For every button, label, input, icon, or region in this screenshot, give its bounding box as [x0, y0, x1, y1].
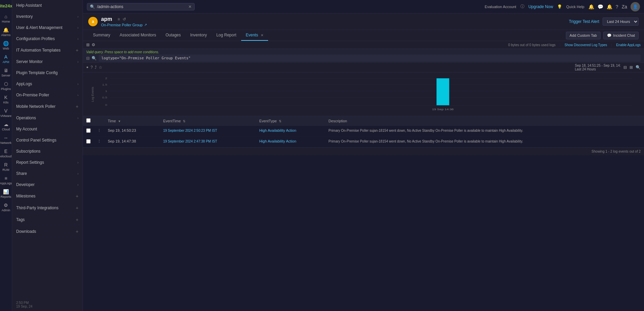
bell-icon[interactable]: 🔔	[588, 4, 594, 9]
external-link-icon[interactable]: ↗	[144, 23, 147, 27]
nav-applogs[interactable]: ≡ AppLogs	[0, 174, 12, 187]
date-range-text: Sep 18, 14:51:25 - Sep 19, 14: Last 24 H…	[575, 64, 621, 71]
sidebar-item-developer[interactable]: Developer ›	[12, 179, 83, 190]
quick-help-link[interactable]: Quick Help	[566, 5, 584, 9]
nav-rum[interactable]: R RUM	[0, 160, 12, 174]
sidebar-footer: 2:50 PM 19 Sep, 24	[12, 298, 83, 311]
query-input[interactable]	[99, 55, 641, 62]
settings-icon[interactable]: ⚙	[92, 42, 95, 47]
question-icon[interactable]: ?	[616, 4, 618, 9]
nav-admin[interactable]: ⚙ Admin	[0, 200, 12, 214]
sidebar-item-operations[interactable]: Operations ›	[12, 113, 83, 124]
sidebar-item-plugin-template[interactable]: Plugin Template Config	[12, 67, 83, 79]
row-checkbox[interactable]	[86, 139, 91, 144]
eventtype-value: High Availability Action	[259, 128, 296, 132]
sidebar-item-mobile-network[interactable]: Mobile Network Poller +	[12, 101, 83, 113]
nav-cloud-label: Cloud	[2, 128, 10, 131]
notification-icon[interactable]: 🔔	[607, 4, 612, 9]
nav-reports[interactable]: 📊 Reports	[0, 187, 12, 200]
enable-applogs-link[interactable]: Enable AppLogs	[616, 43, 641, 47]
za-icon[interactable]: Za	[622, 4, 627, 9]
sidebar-item-user-alert[interactable]: User & Alert Management ›	[12, 22, 83, 33]
th-eventtype: EventType ⇅	[256, 116, 325, 126]
sidebar-item-subscriptions[interactable]: Subscriptions	[12, 146, 83, 157]
star-icon[interactable]: ☆	[99, 65, 102, 70]
nav-home[interactable]: ⌂ Home	[0, 12, 12, 25]
table-view-icon[interactable]: ⊟	[623, 65, 627, 70]
nav-alarms[interactable]: 🔔 Alarms	[0, 25, 12, 39]
grid-icon[interactable]: ⊞	[86, 42, 90, 47]
sidebar-item-report-settings[interactable]: Report Settings ›	[12, 157, 83, 168]
share-icon[interactable]: ⤴	[95, 65, 97, 70]
sidebar-label-help: Help Assistant	[16, 3, 42, 8]
tab-events[interactable]: Events ✕	[241, 30, 268, 41]
refresh-icon[interactable]: ↺	[123, 17, 126, 22]
sidebar-item-share[interactable]: Share ›	[12, 168, 83, 179]
nav-k8s[interactable]: K K8s	[0, 93, 12, 106]
chart-container: Log Events 2 1.5 1 0.5 0 19 Sep 14:36	[83, 72, 644, 116]
chat-icon[interactable]: 💬	[598, 4, 603, 9]
sidebar-label-mobile-network: Mobile Network Poller	[16, 104, 56, 109]
plus-icon: +	[76, 205, 78, 211]
nav-vmware[interactable]: V VMware	[0, 106, 12, 120]
sidebar-item-help[interactable]: Help Assistant	[12, 0, 83, 11]
apm-icon: A	[4, 54, 7, 60]
select-all-checkbox[interactable]	[86, 118, 91, 123]
chevron-right-icon: ›	[77, 183, 78, 187]
sidebar-item-milestones[interactable]: Milestones +	[12, 190, 83, 202]
nav-plugins[interactable]: ⬡ Plugins	[0, 79, 12, 93]
tab-log-report[interactable]: Log Report	[212, 30, 241, 41]
sidebar-item-on-premise[interactable]: On-Premise Poller ›	[12, 90, 83, 101]
chart-view-icon[interactable]: ⊞	[630, 65, 633, 70]
nav-network[interactable]: ↔ Network	[0, 133, 12, 147]
breadcrumb-link[interactable]: On-Premise Poller Group	[101, 23, 143, 27]
trigger-test-alert-link[interactable]: Trigger Test Alert	[569, 19, 599, 24]
help-icon[interactable]: ?	[91, 65, 93, 70]
incident-chat-button[interactable]: 💬 Incident Chat	[603, 32, 639, 39]
sidebar-item-downloads[interactable]: Downloads +	[12, 226, 83, 238]
description-col-label: Description	[328, 119, 347, 123]
add-custom-tab-button[interactable]: Add Custom Tab	[566, 32, 601, 39]
sidebar-item-applogs[interactable]: AppLogs ›	[12, 79, 83, 90]
sidebar-item-my-account[interactable]: My Account	[12, 124, 83, 135]
clear-search-icon[interactable]: ✕	[188, 4, 192, 9]
sidebar-item-control-panel[interactable]: Control Panel Settings	[12, 135, 83, 146]
td-description: Primary On-Premise Poller sujan-18154 we…	[325, 136, 644, 147]
table-footer: Showing 1 - 2 log events out of 2	[83, 147, 644, 155]
tab-events-close[interactable]: ✕	[261, 33, 263, 37]
sidebar-label-report-settings: Report Settings	[16, 160, 44, 165]
nav-cloud[interactable]: ☁ Cloud	[0, 120, 12, 133]
tab-summary[interactable]: Summary	[88, 30, 115, 41]
sidebar-item-tags[interactable]: Tags +	[12, 214, 83, 226]
main-content: 🔍 ✕ Evaluation Account ⓘ Upgrade Now 💡 Q…	[83, 0, 644, 311]
time-range-select[interactable]: Last 24 Hours	[603, 18, 639, 26]
chevron-right-icon: ›	[77, 37, 78, 41]
search-box[interactable]: 🔍 ✕	[87, 3, 195, 10]
tab-associated-monitors[interactable]: Associated Monitors	[115, 30, 161, 41]
nav-apm[interactable]: A APM	[0, 52, 12, 66]
chart-svg: 2 1.5 1 0.5 0 19 Sep 14:36	[86, 75, 641, 113]
sidebar-item-config-profiles[interactable]: Configuration Profiles ›	[12, 33, 83, 44]
show-discovered-link[interactable]: Show Discovered Log Types	[565, 43, 607, 47]
hamburger-icon[interactable]: ≡	[118, 17, 120, 22]
sidebar-item-inventory[interactable]: Inventory ›	[12, 11, 83, 22]
tab-outages[interactable]: Outages	[161, 30, 185, 41]
nav-server[interactable]: 🖥 Server	[0, 66, 12, 79]
avatar[interactable]: 👤	[631, 2, 640, 11]
time-sort-icon[interactable]: ▼	[118, 120, 121, 123]
nav-elocloud[interactable]: E elocloud	[0, 147, 12, 160]
upgrade-link[interactable]: Upgrade Now	[528, 4, 553, 9]
svg-text:1.5: 1.5	[102, 84, 107, 86]
search-input[interactable]	[97, 4, 188, 9]
nav-web-label: Web	[3, 47, 9, 50]
sidebar-item-third-party[interactable]: Third-Party Integrations +	[12, 202, 83, 214]
search-chart-icon[interactable]: 🔍	[636, 65, 641, 70]
incident-chat-label: Incident Chat	[613, 33, 635, 37]
eventtype-sort-icon[interactable]: ⇅	[279, 120, 282, 123]
row-checkbox[interactable]	[86, 128, 91, 133]
tab-inventory[interactable]: Inventory	[186, 30, 212, 41]
eventtime-sort-icon[interactable]: ⇅	[183, 120, 186, 123]
sidebar-item-automation[interactable]: IT Automation Templates +	[12, 44, 83, 56]
sidebar-item-server-monitor[interactable]: Server Monitor ›	[12, 56, 83, 67]
nav-web[interactable]: 🌐 Web	[0, 39, 12, 52]
